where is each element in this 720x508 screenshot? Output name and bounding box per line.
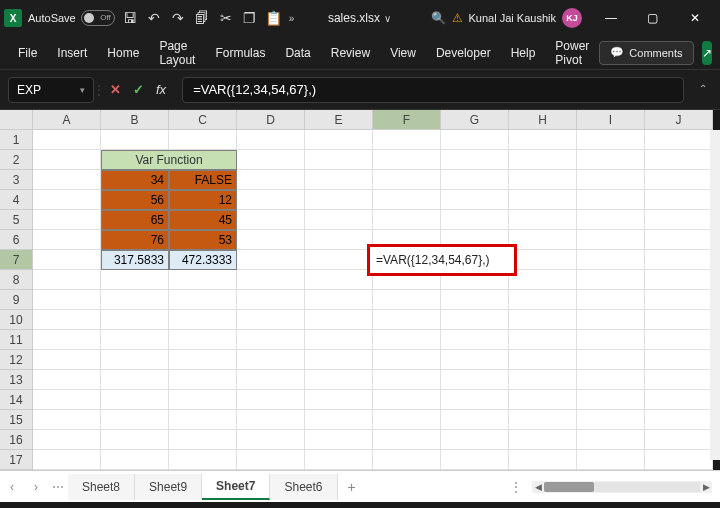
cell-H1[interactable] bbox=[509, 130, 577, 150]
cell-B12[interactable] bbox=[101, 350, 169, 370]
qat-more-icon[interactable]: » bbox=[289, 13, 295, 24]
cell-H2[interactable] bbox=[509, 150, 577, 170]
cell-A5[interactable] bbox=[33, 210, 101, 230]
tab-power-pivot[interactable]: Power Pivot bbox=[545, 33, 599, 73]
cell-H4[interactable] bbox=[509, 190, 577, 210]
cell-G11[interactable] bbox=[441, 330, 509, 350]
cell-C15[interactable] bbox=[169, 410, 237, 430]
cell-J15[interactable] bbox=[645, 410, 713, 430]
cell-E17[interactable] bbox=[305, 450, 373, 470]
cell-D7[interactable] bbox=[237, 250, 305, 270]
cell-E15[interactable] bbox=[305, 410, 373, 430]
cell-H13[interactable] bbox=[509, 370, 577, 390]
row-header-1[interactable]: 1 bbox=[0, 130, 33, 150]
window-minimize-button[interactable]: — bbox=[590, 2, 632, 34]
cell-H3[interactable] bbox=[509, 170, 577, 190]
cell-D9[interactable] bbox=[237, 290, 305, 310]
cell-D3[interactable] bbox=[237, 170, 305, 190]
select-all[interactable] bbox=[0, 110, 33, 130]
cell-A9[interactable] bbox=[33, 290, 101, 310]
cell-E11[interactable] bbox=[305, 330, 373, 350]
cell-C6[interactable]: 53 bbox=[169, 230, 237, 250]
column-header-i[interactable]: I bbox=[577, 110, 645, 130]
cell-E7[interactable] bbox=[305, 250, 373, 270]
cell-J5[interactable] bbox=[645, 210, 713, 230]
cell-G13[interactable] bbox=[441, 370, 509, 390]
cell-A10[interactable] bbox=[33, 310, 101, 330]
row-header-10[interactable]: 10 bbox=[0, 310, 33, 330]
cell-I8[interactable] bbox=[577, 270, 645, 290]
row-header-4[interactable]: 4 bbox=[0, 190, 33, 210]
cell-B17[interactable] bbox=[101, 450, 169, 470]
tab-options-icon[interactable]: ⋮ bbox=[500, 480, 532, 494]
cell-C3[interactable]: FALSE bbox=[169, 170, 237, 190]
sheet-tab-sheet6[interactable]: Sheet6 bbox=[270, 474, 337, 500]
cell-J6[interactable] bbox=[645, 230, 713, 250]
autosave-toggle[interactable]: Off bbox=[81, 10, 115, 26]
cell-J1[interactable] bbox=[645, 130, 713, 150]
cell-B9[interactable] bbox=[101, 290, 169, 310]
tab-file[interactable]: File bbox=[8, 40, 47, 66]
grid-vertical-scrollbar[interactable] bbox=[710, 130, 720, 460]
cell-I7[interactable] bbox=[577, 250, 645, 270]
cell-I10[interactable] bbox=[577, 310, 645, 330]
cell-C12[interactable] bbox=[169, 350, 237, 370]
sheet-tab-sheet7[interactable]: Sheet7 bbox=[202, 474, 270, 500]
cell-F11[interactable] bbox=[373, 330, 441, 350]
user-name[interactable]: Kunal Jai Kaushik bbox=[469, 12, 556, 24]
cell-I2[interactable] bbox=[577, 150, 645, 170]
chevron-down-icon[interactable]: ▾ bbox=[80, 85, 85, 95]
cell-C14[interactable] bbox=[169, 390, 237, 410]
cell-G3[interactable] bbox=[441, 170, 509, 190]
fx-button[interactable]: fx bbox=[156, 82, 166, 97]
cell-D16[interactable] bbox=[237, 430, 305, 450]
cell-C11[interactable] bbox=[169, 330, 237, 350]
cell-E10[interactable] bbox=[305, 310, 373, 330]
cell-H14[interactable] bbox=[509, 390, 577, 410]
cell-J12[interactable] bbox=[645, 350, 713, 370]
cell-C8[interactable] bbox=[169, 270, 237, 290]
add-sheet-button[interactable]: + bbox=[338, 479, 366, 495]
column-header-d[interactable]: D bbox=[237, 110, 305, 130]
cell-G9[interactable] bbox=[441, 290, 509, 310]
row-header-17[interactable]: 17 bbox=[0, 450, 33, 470]
cell-E2[interactable] bbox=[305, 150, 373, 170]
cell-F1[interactable] bbox=[373, 130, 441, 150]
cell-C7[interactable]: 472.3333 bbox=[169, 250, 237, 270]
cell-B15[interactable] bbox=[101, 410, 169, 430]
cell-D12[interactable] bbox=[237, 350, 305, 370]
cell-A11[interactable] bbox=[33, 330, 101, 350]
tab-page-layout[interactable]: Page Layout bbox=[149, 33, 205, 73]
window-close-button[interactable]: ✕ bbox=[674, 2, 716, 34]
cell-H16[interactable] bbox=[509, 430, 577, 450]
cell-H6[interactable] bbox=[509, 230, 577, 250]
cell-I17[interactable] bbox=[577, 450, 645, 470]
cell-H9[interactable] bbox=[509, 290, 577, 310]
row-header-15[interactable]: 15 bbox=[0, 410, 33, 430]
cell-A6[interactable] bbox=[33, 230, 101, 250]
cell-J2[interactable] bbox=[645, 150, 713, 170]
column-header-f[interactable]: F bbox=[373, 110, 441, 130]
column-header-c[interactable]: C bbox=[169, 110, 237, 130]
row-header-11[interactable]: 11 bbox=[0, 330, 33, 350]
column-header-h[interactable]: H bbox=[509, 110, 577, 130]
copy-icon[interactable]: ❐ bbox=[241, 9, 259, 27]
undo-icon[interactable]: ↶ bbox=[145, 9, 163, 27]
cell-E8[interactable] bbox=[305, 270, 373, 290]
cell-D6[interactable] bbox=[237, 230, 305, 250]
cell-A1[interactable] bbox=[33, 130, 101, 150]
cell-H5[interactable] bbox=[509, 210, 577, 230]
cell-G4[interactable] bbox=[441, 190, 509, 210]
row-header-12[interactable]: 12 bbox=[0, 350, 33, 370]
comments-button[interactable]: 💬 Comments bbox=[599, 41, 693, 65]
cell-H8[interactable] bbox=[509, 270, 577, 290]
cell-A7[interactable] bbox=[33, 250, 101, 270]
tab-formulas[interactable]: Formulas bbox=[205, 40, 275, 66]
cell-C4[interactable]: 12 bbox=[169, 190, 237, 210]
cell-B16[interactable] bbox=[101, 430, 169, 450]
cut-icon[interactable]: ✂ bbox=[217, 9, 235, 27]
row-header-5[interactable]: 5 bbox=[0, 210, 33, 230]
row-header-7[interactable]: 7 bbox=[0, 250, 33, 270]
cell-C16[interactable] bbox=[169, 430, 237, 450]
cell-D15[interactable] bbox=[237, 410, 305, 430]
